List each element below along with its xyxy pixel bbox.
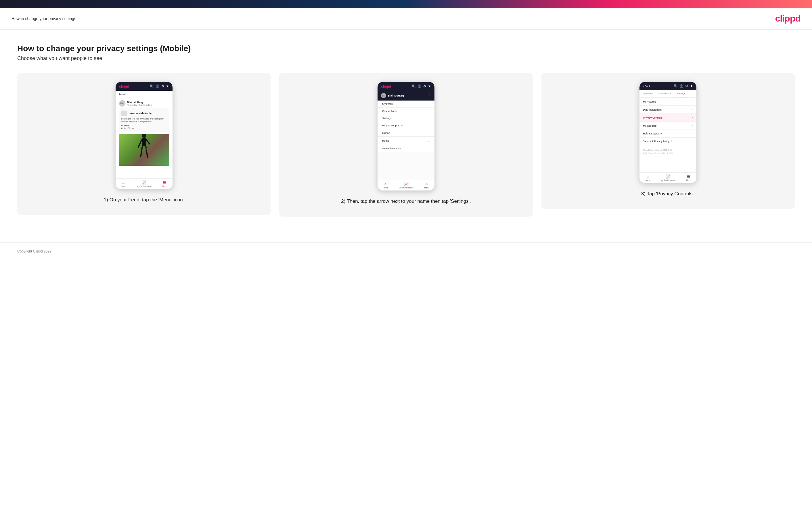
search-icon: 🔍 <box>412 84 416 88</box>
back-button[interactable]: ‹ Back <box>643 85 650 88</box>
menu-help[interactable]: Help & Support ↗ <box>377 122 435 129</box>
nav-home-3: ⌂ Home <box>645 174 650 181</box>
step2-logo: clippd <box>381 84 391 89</box>
version-info: Clippd Client Version: 2022.8.3-3GQL Ser… <box>640 145 697 158</box>
home-icon-3: ⌂ <box>646 174 649 179</box>
chevron-up-icon: ⌃ <box>428 94 431 98</box>
menu-label-2: Menu <box>424 187 429 189</box>
step-1-phone: clippd 🔍 👤 ⚙ ▼ Feed BM <box>115 81 173 189</box>
settings-privacy-policy[interactable]: Service & Privacy Policy ↗ <box>640 137 697 145</box>
home-label-2: Home <box>383 187 388 189</box>
settings-tab-bar: My Profile Connections Settings <box>640 90 697 98</box>
my-account-label: My Account <box>643 100 656 103</box>
settings-icon: ⚙ <box>161 84 164 88</box>
menu-label: Menu <box>162 185 167 187</box>
tab-settings[interactable]: Settings <box>674 90 688 97</box>
home-icon: ⌂ <box>122 180 124 185</box>
home-label: Home <box>121 185 126 187</box>
menu-my-profile[interactable]: My Profile <box>377 101 435 108</box>
my-golf-bag-label: My Golf Bag <box>643 124 656 127</box>
performance-icon: 📈 <box>142 180 146 185</box>
lesson-duration: Duration <box>121 124 167 127</box>
settings-help[interactable]: Help & Support ↗ <box>640 130 697 137</box>
feed-tab: Feed <box>115 91 172 98</box>
dropdown-icon: ▼ <box>428 84 431 88</box>
lesson-desc: Looking to feel like my hands are exitin… <box>121 117 167 123</box>
nav-performance-3: 📈 My Performance <box>661 174 675 181</box>
settings-my-account[interactable]: My Account › <box>640 98 697 106</box>
menu-label-3: Menu <box>686 179 691 181</box>
nav-close[interactable]: ✕ Menu <box>424 182 429 189</box>
nav-home-2: ⌂ Home <box>383 182 388 189</box>
home-label-3: Home <box>645 179 650 181</box>
performance-icon-3: 📈 <box>666 174 670 179</box>
header-title: How to change your privacy settings <box>11 16 76 21</box>
lesson-title: Lesson with Fordy <box>129 112 152 115</box>
golf-image <box>119 134 169 166</box>
feed-user-info: Blair McHarg Yesterday · Sunningdale <box>127 101 152 106</box>
svg-line-2 <box>138 140 142 147</box>
privacy-controls-label: Privacy Controls <box>643 116 662 119</box>
menu-icon: ☰ <box>163 180 166 185</box>
page-subtitle: Choose what you want people to see <box>17 55 795 61</box>
tab-connections[interactable]: Connections <box>656 90 674 97</box>
step1-icons: 🔍 👤 ⚙ ▼ <box>150 84 169 88</box>
chevron-right-icon-3: › <box>692 116 693 119</box>
dropdown-icon: ▼ <box>166 84 169 88</box>
logo: clippd <box>775 13 801 24</box>
step-3-card: ‹ Back 🔍 👤 ⚙ ▼ My Profile Connections Se… <box>542 73 795 209</box>
step1-content: BM Blair McHarg Yesterday · Sunningdale … <box>115 98 172 178</box>
settings-my-golf-bag[interactable]: My Golf Bag › <box>640 122 697 130</box>
step2-bottombar: ⌂ Home 📈 My Performance ✕ Menu <box>377 180 435 190</box>
dropdown-user-info: BM Blair McHarg <box>381 93 404 98</box>
settings-icon-3: ⚙ <box>685 84 688 88</box>
step3-topbar: ‹ Back 🔍 👤 ⚙ ▼ <box>640 82 697 90</box>
step-2-caption: 2) Then, tap the arrow next to your name… <box>341 198 471 205</box>
dropdown-user-name: Blair McHarg <box>388 94 404 97</box>
search-icon: 🔍 <box>150 84 154 88</box>
settings-data-integrations[interactable]: Data Integrations › <box>640 106 697 114</box>
step3-icons: 🔍 👤 ⚙ ▼ <box>674 84 693 88</box>
menu-logout[interactable]: Logout <box>377 129 435 136</box>
step-1-card: clippd 🔍 👤 ⚙ ▼ Feed BM <box>17 73 270 215</box>
feed-post: BM Blair McHarg Yesterday · Sunningdale … <box>115 98 172 168</box>
step2-icons: 🔍 👤 ⚙ ▼ <box>412 84 431 88</box>
settings-privacy-controls[interactable]: Privacy Controls › <box>640 114 697 122</box>
home-icon-2: ⌂ <box>385 182 387 186</box>
menu-icon-3: ☰ <box>687 174 691 179</box>
chevron-right-icon-2: › <box>692 108 693 111</box>
home-label: Home <box>382 139 389 142</box>
settings-icon: ⚙ <box>423 84 426 88</box>
performance-label: My Performance <box>382 147 401 150</box>
profile-icon-3: 👤 <box>679 84 683 88</box>
nav-performance-item[interactable]: My Performance ⌄ <box>377 145 435 152</box>
header: How to change your privacy settings clip… <box>0 8 812 30</box>
nav-menu-3[interactable]: ☰ Menu <box>686 174 691 181</box>
nav-performance: 📈 My Performance <box>137 180 152 187</box>
lesson-duration-value: 01 hr : 30 min <box>121 127 167 129</box>
step-3-caption: 3) Tap 'Privacy Controls'. <box>641 190 695 198</box>
step2-content: BM Blair McHarg ⌃ My Profile Connections… <box>377 91 435 180</box>
chevron-down-icon: ⌄ <box>427 139 430 142</box>
menu-connections[interactable]: Connections <box>377 108 435 115</box>
svg-line-3 <box>146 140 150 144</box>
step2-topbar: clippd 🔍 👤 ⚙ ▼ <box>377 82 435 91</box>
nav-home-item[interactable]: Home ⌄ <box>377 137 435 145</box>
svg-point-0 <box>142 134 146 138</box>
privacy-policy-label: Service & Privacy Policy ↗ <box>643 140 672 143</box>
dropdown-user-row: BM Blair McHarg ⌃ <box>377 91 435 101</box>
user-date: Yesterday · Sunningdale <box>127 104 152 106</box>
nav-home: ⌂ Home <box>121 180 126 187</box>
menu-settings[interactable]: Settings <box>377 115 435 122</box>
feed-post-user: BM Blair McHarg Yesterday · Sunningdale <box>119 100 169 107</box>
step-2-card: clippd 🔍 👤 ⚙ ▼ BM <box>279 73 532 217</box>
step-1-caption: 1) On your Feed, tap the 'Menu' icon. <box>104 196 184 204</box>
steps-container: clippd 🔍 👤 ⚙ ▼ Feed BM <box>17 73 795 217</box>
tab-my-profile[interactable]: My Profile <box>640 90 656 97</box>
step1-logo: clippd <box>119 84 129 89</box>
chevron-right-icon: › <box>692 100 693 103</box>
footer: Copyright Clippd 2022 <box>0 242 812 260</box>
lesson-card: Lesson with Fordy Looking to feel like m… <box>119 108 169 132</box>
nav-menu[interactable]: ☰ Menu <box>162 180 167 187</box>
performance-label: My Performance <box>137 185 152 187</box>
